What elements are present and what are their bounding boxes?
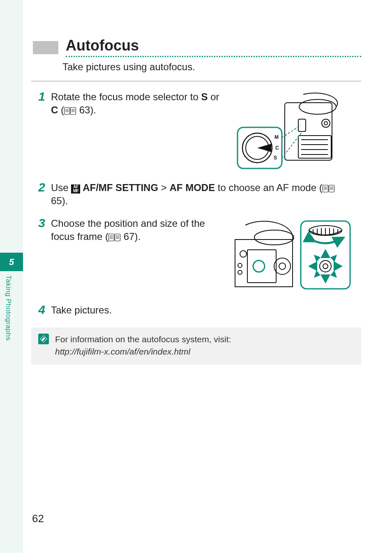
info-note-icon bbox=[38, 333, 49, 345]
svg-rect-1 bbox=[71, 108, 76, 115]
manual-page: 5 Taking Photographs Autofocus Take pict… bbox=[0, 0, 392, 553]
step-number: 3 bbox=[33, 217, 45, 229]
text: or bbox=[210, 91, 219, 102]
menu-setting: AF/MF SETTING bbox=[80, 182, 158, 193]
svg-rect-0 bbox=[65, 108, 70, 115]
step-number: 1 bbox=[33, 90, 45, 103]
chapter-number-tab: 5 bbox=[0, 253, 23, 271]
page-number: 62 bbox=[32, 512, 44, 525]
svg-point-41 bbox=[238, 263, 242, 267]
text: Use bbox=[51, 182, 71, 193]
svg-point-42 bbox=[238, 270, 242, 274]
page-reference-icon bbox=[108, 234, 121, 241]
svg-point-45 bbox=[279, 263, 286, 270]
svg-rect-12 bbox=[298, 119, 306, 131]
step-3: 3 Choose the position and size of the fo… bbox=[33, 217, 349, 295]
afmf-menu-icon: AFMF bbox=[71, 184, 80, 194]
svg-point-11 bbox=[324, 122, 327, 125]
menu-mode: AF MODE bbox=[169, 182, 215, 193]
text: Rotate the focus mode selector to bbox=[51, 91, 201, 102]
step-2-text: Use AFMF AF/MF SETTING > AF MODE to choo… bbox=[51, 181, 349, 208]
svg-rect-31 bbox=[109, 234, 114, 241]
svg-rect-32 bbox=[115, 234, 120, 241]
step-1: 1 Rotate the focus mode selector to S or… bbox=[33, 90, 349, 172]
menu-gt: > bbox=[158, 182, 169, 193]
page-title: Autofocus bbox=[66, 37, 139, 54]
info-note-text: For information on the autofocus system,… bbox=[55, 333, 231, 357]
page-ref: 63). bbox=[76, 104, 96, 115]
step-number: 4 bbox=[33, 304, 45, 316]
svg-rect-24 bbox=[329, 185, 334, 192]
horizontal-rule bbox=[31, 81, 361, 81]
page-ref: 65). bbox=[51, 195, 68, 206]
svg-rect-43 bbox=[247, 250, 276, 283]
step-3-text: Choose the position and size of the focu… bbox=[51, 217, 224, 244]
step-1-illustration: M C S bbox=[233, 90, 348, 172]
step-3-illustration bbox=[231, 217, 354, 295]
step-1-text: Rotate the focus mode selector to S or C… bbox=[51, 90, 224, 117]
svg-point-9 bbox=[299, 99, 336, 114]
svg-point-40 bbox=[240, 251, 247, 257]
page-reference-icon bbox=[323, 185, 335, 192]
heading-accent-bar bbox=[33, 41, 58, 54]
text: ( bbox=[58, 104, 64, 115]
note-url: http://fujifilm-x.com/af/en/index.html bbox=[55, 346, 231, 357]
mode-s: S bbox=[201, 91, 208, 102]
page-reference-icon bbox=[64, 107, 76, 115]
note-line: For information on the autofocus system,… bbox=[55, 333, 231, 345]
step-number: 2 bbox=[33, 181, 45, 194]
dial-label-m: M bbox=[274, 134, 279, 140]
lede-text: Take pictures using autofocus. bbox=[62, 61, 349, 73]
text: to choose an AF mode ( bbox=[215, 182, 322, 193]
svg-point-10 bbox=[322, 119, 330, 127]
dotted-rule bbox=[66, 56, 361, 57]
mode-c: C bbox=[51, 104, 58, 115]
dial-label-c: C bbox=[275, 145, 279, 151]
svg-point-57 bbox=[323, 264, 328, 269]
svg-point-39 bbox=[254, 230, 294, 245]
svg-point-46 bbox=[253, 260, 265, 272]
chapter-name-vertical: Taking Photographs bbox=[4, 275, 12, 341]
info-note: For information on the autofocus system,… bbox=[31, 327, 361, 365]
step-2: 2 Use AFMF AF/MF SETTING > AF MODE to ch… bbox=[33, 181, 349, 208]
step-4-text: Take pictures. bbox=[51, 304, 112, 317]
step-4: 4 Take pictures. bbox=[33, 304, 349, 317]
content-column: Autofocus Take pictures using autofocus.… bbox=[33, 37, 349, 365]
heading-row: Autofocus bbox=[33, 37, 349, 54]
svg-rect-23 bbox=[323, 185, 328, 192]
dial-label-s: S bbox=[274, 155, 277, 161]
page-ref: 67). bbox=[121, 231, 141, 242]
